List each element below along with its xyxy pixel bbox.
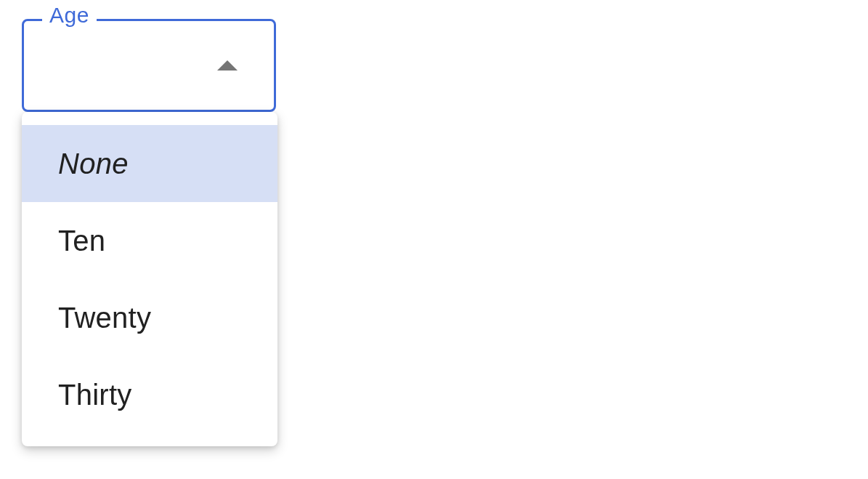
menu-item-none[interactable]: None [22, 125, 277, 202]
select-label: Age [49, 3, 89, 27]
select-menu: None Ten Twenty Thirty [22, 112, 277, 446]
menu-item-twenty[interactable]: Twenty [22, 279, 277, 356]
age-select[interactable] [22, 19, 276, 112]
menu-item-label: Ten [58, 225, 105, 257]
menu-item-label: Thirty [58, 379, 132, 411]
menu-item-ten[interactable]: Ten [22, 202, 277, 279]
select-label-container: Age [42, 3, 97, 28]
arrow-drop-up-icon [217, 60, 238, 71]
menu-item-label: None [58, 148, 129, 180]
menu-item-thirty[interactable]: Thirty [22, 356, 277, 433]
age-form-control: Age [22, 19, 276, 112]
menu-item-label: Twenty [58, 302, 151, 334]
